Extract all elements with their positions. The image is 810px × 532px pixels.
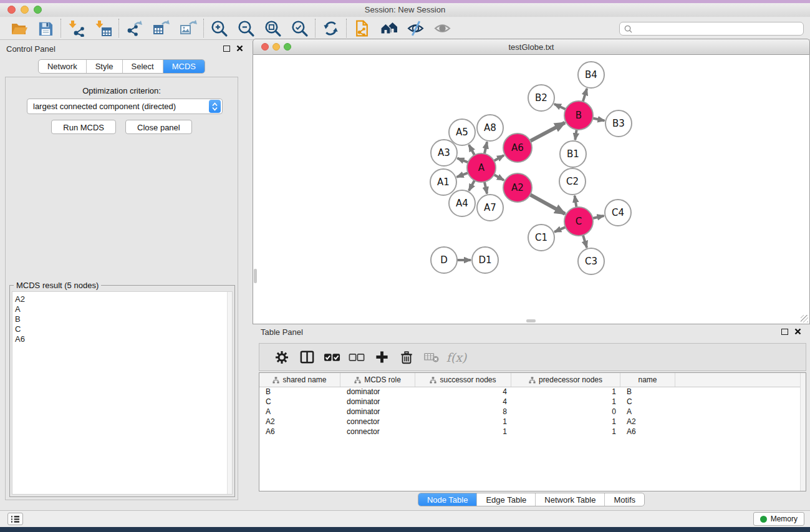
graph-node-A6[interactable]: A6: [503, 133, 532, 162]
table-panel-close-icon[interactable]: [794, 328, 801, 335]
graph-edge-C-C4[interactable]: [592, 216, 604, 218]
delete-columns-button[interactable]: [394, 346, 419, 369]
export-table-button[interactable]: [148, 17, 175, 39]
graph-edge-A-A2[interactable]: [494, 175, 504, 180]
tab-mcds[interactable]: MCDS: [163, 60, 205, 73]
show-details-button[interactable]: [429, 17, 456, 39]
graph-edge-C-C2[interactable]: [575, 196, 577, 208]
network-canvas[interactable]: AA1A2A3A4A5A6A7A8BB1B2B3B4CC1C2C3C4DD1: [253, 55, 810, 324]
search-field[interactable]: [619, 22, 804, 36]
graph-node-A4[interactable]: A4: [449, 190, 475, 216]
criterion-select[interactable]: largest connected component (directed): [27, 99, 223, 114]
column-visibility-button[interactable]: [294, 346, 319, 369]
graph-node-D1[interactable]: D1: [472, 247, 498, 273]
import-table-button[interactable]: [90, 17, 117, 39]
result-item[interactable]: A2: [15, 294, 232, 304]
graph-edge-B-B3[interactable]: [593, 118, 605, 121]
graph-node-A2[interactable]: A2: [503, 173, 532, 202]
graph-edge-C-C1[interactable]: [554, 227, 566, 232]
tab-select[interactable]: Select: [123, 60, 163, 73]
column-header-name[interactable]: name: [620, 373, 675, 387]
open-file-button[interactable]: [5, 17, 32, 39]
delete-table-button[interactable]: [419, 346, 444, 369]
graph-node-C2[interactable]: C2: [559, 168, 586, 195]
task-history-button[interactable]: [7, 513, 23, 525]
deselect-all-rows-button[interactable]: [344, 346, 369, 369]
graph-node-A8[interactable]: A8: [477, 115, 503, 141]
result-list-scrollbar[interactable]: [227, 292, 232, 494]
table-row[interactable]: A6connector11A6: [259, 427, 806, 437]
graph-edge-A-A1[interactable]: [457, 173, 468, 177]
network-vertical-scrollbar[interactable]: [254, 269, 257, 283]
tab-network[interactable]: Network: [39, 60, 87, 73]
zoom-out-button[interactable]: [233, 17, 259, 39]
graph-edge-A-A7[interactable]: [485, 181, 487, 193]
graph-edge-A2-C[interactable]: [530, 195, 565, 214]
zoom-fit-button[interactable]: [259, 17, 286, 39]
graph-node-B3[interactable]: B3: [605, 110, 632, 137]
main-titlebar[interactable]: Session: New Session: [0, 3, 810, 17]
table-row[interactable]: Cdominator41C: [259, 397, 806, 407]
graph-edge-C-C3[interactable]: [583, 235, 587, 248]
graph-edge-B-B4[interactable]: [583, 89, 587, 102]
run-mcds-button[interactable]: Run MCDS: [51, 120, 116, 134]
tab-motifs[interactable]: Motifs: [605, 493, 644, 506]
table-row[interactable]: A2connector11A2: [259, 417, 806, 427]
duplicate-network-button[interactable]: [349, 17, 375, 39]
function-builder-button[interactable]: f(x): [444, 346, 469, 369]
graph-node-B1[interactable]: B1: [560, 141, 586, 167]
tab-network-table[interactable]: Network Table: [536, 493, 605, 506]
graph-edge-A-A5[interactable]: [469, 145, 475, 155]
graph-node-B4[interactable]: B4: [578, 62, 604, 88]
tab-style[interactable]: Style: [87, 60, 123, 73]
table-panel-float-icon[interactable]: [781, 329, 788, 335]
table-scrollbar[interactable]: [800, 373, 806, 491]
column-header-predecessor-nodes[interactable]: predecessor nodes: [511, 373, 620, 387]
hide-details-button[interactable]: [402, 17, 429, 39]
graph-edge-B-B2[interactable]: [554, 104, 566, 110]
network-window-titlebar[interactable]: testGlobe.txt: [253, 39, 810, 55]
memory-button[interactable]: Memory: [753, 512, 804, 526]
graph-edge-A6-B[interactable]: [530, 123, 565, 142]
graph-node-C3[interactable]: C3: [578, 248, 604, 274]
result-item[interactable]: A: [15, 304, 232, 314]
graph-node-A7[interactable]: A7: [477, 195, 503, 221]
graph-edge-B-B1[interactable]: [575, 130, 576, 140]
add-column-button[interactable]: [369, 346, 394, 369]
graph-node-D[interactable]: D: [431, 247, 457, 273]
save-session-button[interactable]: [32, 17, 59, 39]
graph-node-C4[interactable]: C4: [605, 200, 631, 226]
export-image-button[interactable]: [175, 17, 201, 39]
graph-node-C1[interactable]: C1: [528, 225, 554, 251]
graph-node-A5[interactable]: A5: [449, 119, 475, 145]
graph-node-A1[interactable]: A1: [430, 169, 456, 195]
result-item[interactable]: C: [15, 324, 232, 334]
result-item[interactable]: B: [15, 314, 232, 324]
column-header-shared-name[interactable]: shared name: [259, 373, 340, 387]
graph-edge-A-A8[interactable]: [485, 142, 487, 153]
control-panel-close-icon[interactable]: [236, 45, 243, 52]
graph-node-B[interactable]: B: [564, 101, 593, 130]
table-row[interactable]: Bdominator41B: [259, 387, 806, 397]
column-header-successor-nodes[interactable]: successor nodes: [415, 373, 511, 387]
import-network-button[interactable]: [63, 17, 90, 39]
network-overview-button[interactable]: [375, 17, 402, 39]
graph-node-B2[interactable]: B2: [528, 85, 554, 111]
graph-node-A3[interactable]: A3: [431, 140, 457, 166]
refresh-button[interactable]: [317, 17, 344, 39]
export-network-button[interactable]: [121, 17, 148, 39]
search-input[interactable]: [633, 24, 803, 33]
resize-grip-icon[interactable]: [801, 315, 808, 322]
close-panel-button[interactable]: Close panel: [125, 120, 192, 134]
zoom-selected-button[interactable]: [286, 17, 313, 39]
graph-edge-A-A4[interactable]: [469, 180, 475, 191]
tab-node-table[interactable]: Node Table: [418, 493, 478, 506]
node-table[interactable]: shared nameMCDS rolesuccessor nodesprede…: [259, 372, 806, 491]
graph-node-C[interactable]: C: [564, 207, 593, 236]
graph-edge-A-A3[interactable]: [457, 158, 468, 163]
zoom-in-button[interactable]: [206, 17, 233, 39]
graph-edge-A-A6[interactable]: [494, 155, 504, 161]
column-header-MCDS-role[interactable]: MCDS role: [340, 373, 415, 387]
table-row[interactable]: Adominator80A: [259, 407, 806, 417]
select-all-rows-button[interactable]: [319, 346, 344, 369]
